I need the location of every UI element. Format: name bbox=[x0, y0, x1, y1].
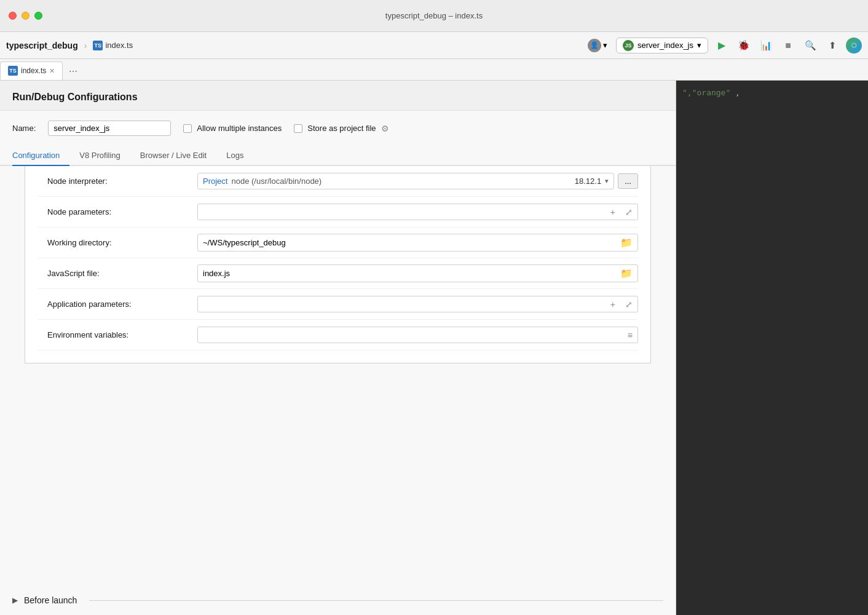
interpreter-select[interactable]: Project node (/usr/local/bin/node) 18.12… bbox=[197, 173, 614, 189]
traffic-lights bbox=[9, 12, 42, 20]
app-parameters-field: + ⤢ bbox=[197, 296, 638, 312]
env-variables-input[interactable] bbox=[198, 327, 623, 343]
user-avatar: 👤 bbox=[588, 39, 601, 52]
env-variables-label: Environment variables: bbox=[37, 323, 197, 347]
dialog-title-area: Run/Debug Configurations bbox=[0, 81, 676, 111]
app-parameters-label: Application parameters: bbox=[37, 292, 197, 316]
user-icon-button[interactable]: 👤 ▾ bbox=[584, 38, 611, 54]
javascript-file-field: 📁 bbox=[197, 264, 638, 282]
window-title: typescript_debug – index.ts bbox=[385, 11, 483, 20]
update-button[interactable]: ⬆ bbox=[824, 37, 841, 54]
store-as-project-checkbox[interactable] bbox=[294, 124, 302, 133]
app-expand-icon[interactable]: ⤢ bbox=[620, 297, 637, 312]
form-row-javascript-file: JavaScript file: 📁 bbox=[37, 258, 638, 289]
working-directory-field: 📁 bbox=[197, 234, 638, 252]
project-name[interactable]: typescript_debug bbox=[6, 41, 78, 50]
title-bar: typescript_debug – index.ts bbox=[0, 0, 868, 32]
file-tab-label: index.ts bbox=[21, 66, 46, 75]
working-directory-input[interactable] bbox=[198, 235, 615, 250]
allow-multiple-group: Allow multiple instances bbox=[183, 124, 282, 133]
file-tab-bar: TS index.ts ✕ ⋯ bbox=[0, 59, 868, 81]
node-interpreter-field: Project node (/usr/local/bin/node) 18.12… bbox=[197, 173, 638, 189]
dialog-title: Run/Debug Configurations bbox=[12, 92, 138, 102]
toolbar: typescript_debug › TS index.ts 👤 ▾ JS se… bbox=[0, 32, 868, 59]
app-parameters-input[interactable] bbox=[198, 296, 606, 312]
main-content: Run/Debug Configurations Name: Allow mul… bbox=[0, 81, 868, 615]
gear-icon[interactable]: ⚙ bbox=[381, 124, 389, 133]
run-button[interactable]: ▶ bbox=[713, 37, 730, 54]
debug-button[interactable]: 🐞 bbox=[735, 37, 752, 54]
code-string-1: ","orange" bbox=[682, 88, 730, 97]
allow-multiple-label: Allow multiple instances bbox=[197, 124, 282, 133]
form-wrapper: Node interpreter: Project node (/usr/loc… bbox=[0, 166, 676, 585]
tab-configuration[interactable]: Configuration bbox=[12, 146, 69, 166]
name-label: Name: bbox=[12, 124, 36, 133]
before-launch-label: Before launch bbox=[24, 595, 77, 605]
tab-v8-profiling[interactable]: V8 Profiling bbox=[69, 146, 130, 166]
tab-logs[interactable]: Logs bbox=[216, 146, 253, 166]
code-panel: ","orange" , bbox=[676, 81, 868, 615]
run-config-name: server_index_js bbox=[637, 41, 693, 50]
interpreter-path: node (/usr/local/bin/node) bbox=[231, 177, 574, 186]
form-row-env-variables: Environment variables: ≡ bbox=[37, 320, 638, 351]
user-dropdown-arrow: ▾ bbox=[603, 41, 607, 50]
javascript-file-input[interactable] bbox=[198, 266, 615, 281]
node-icon: JS bbox=[623, 40, 634, 51]
node-parameters-label: Node parameters: bbox=[37, 200, 197, 224]
file-tab-close[interactable]: ✕ bbox=[49, 67, 55, 75]
form-row-node-parameters: Node parameters: + ⤢ bbox=[37, 197, 638, 228]
maximize-button[interactable] bbox=[34, 12, 42, 20]
form-area: Node interpreter: Project node (/usr/loc… bbox=[25, 166, 651, 363]
javascript-folder-icon[interactable]: 📁 bbox=[615, 265, 637, 282]
expand-icon[interactable]: ⤢ bbox=[620, 205, 637, 220]
form-row-app-parameters: Application parameters: + ⤢ bbox=[37, 289, 638, 320]
config-tabs: Configuration V8 Profiling Browser / Liv… bbox=[0, 146, 676, 166]
file-tab-index-ts[interactable]: TS index.ts ✕ bbox=[0, 62, 63, 80]
profile-avatar[interactable]: ⬡ bbox=[846, 38, 862, 54]
interpreter-version: 18.12.1 bbox=[575, 177, 601, 186]
toolbar-file-name: index.ts bbox=[105, 41, 133, 50]
interpreter-dropdown-arrow: ▾ bbox=[605, 177, 609, 185]
tab-browser-live-edit[interactable]: Browser / Live Edit bbox=[130, 146, 216, 166]
before-launch-divider bbox=[89, 600, 663, 601]
run-config-dropdown-arrow: ▾ bbox=[697, 41, 701, 50]
toolbar-file-item[interactable]: TS index.ts bbox=[93, 41, 133, 50]
env-list-icon[interactable]: ≡ bbox=[623, 328, 637, 343]
folder-icon[interactable]: 📁 bbox=[615, 234, 637, 251]
javascript-file-label: JavaScript file: bbox=[37, 261, 197, 285]
node-interpreter-label: Node interpreter: bbox=[37, 169, 197, 193]
search-button[interactable]: 🔍 bbox=[802, 37, 819, 54]
ts-file-icon: TS bbox=[93, 41, 103, 50]
project-tag: Project bbox=[203, 177, 227, 186]
run-config-selector[interactable]: JS server_index_js ▾ bbox=[616, 38, 708, 54]
breadcrumb-separator: › bbox=[84, 41, 87, 50]
stop-button[interactable]: ■ bbox=[779, 37, 797, 54]
form-row-working-directory: Working directory: 📁 bbox=[37, 228, 638, 258]
add-icon[interactable]: + bbox=[606, 205, 620, 220]
tab-more-button[interactable]: ⋯ bbox=[64, 63, 82, 80]
node-parameters-input[interactable] bbox=[198, 204, 606, 220]
before-launch-chevron[interactable]: ▶ bbox=[12, 596, 18, 605]
working-directory-label: Working directory: bbox=[37, 231, 197, 255]
close-button[interactable] bbox=[9, 12, 17, 20]
store-as-project-label: Store as project file bbox=[307, 124, 376, 133]
file-tab-ts-icon: TS bbox=[8, 66, 18, 76]
toolbar-right: 👤 ▾ JS server_index_js ▾ ▶ 🐞 📊 ■ 🔍 ⬆ ⬡ bbox=[584, 37, 862, 54]
minimize-button[interactable] bbox=[22, 12, 30, 20]
name-input[interactable] bbox=[48, 121, 171, 136]
code-comma: , bbox=[735, 88, 740, 97]
form-row-node-interpreter: Node interpreter: Project node (/usr/loc… bbox=[37, 166, 638, 197]
more-button[interactable]: ... bbox=[618, 173, 638, 189]
run-debug-dialog: Run/Debug Configurations Name: Allow mul… bbox=[0, 81, 676, 615]
before-launch-section: ▶ Before launch bbox=[0, 585, 676, 615]
app-add-icon[interactable]: + bbox=[606, 297, 620, 312]
allow-multiple-checkbox[interactable] bbox=[183, 124, 192, 133]
coverage-button[interactable]: 📊 bbox=[757, 37, 775, 54]
code-line-1: ","orange" , bbox=[682, 87, 862, 99]
node-parameters-field: + ⤢ bbox=[197, 204, 638, 220]
store-as-project-group: Store as project file ⚙ bbox=[294, 124, 389, 133]
config-header: Name: Allow multiple instances Store as … bbox=[0, 111, 676, 146]
env-variables-field: ≡ bbox=[197, 327, 638, 343]
